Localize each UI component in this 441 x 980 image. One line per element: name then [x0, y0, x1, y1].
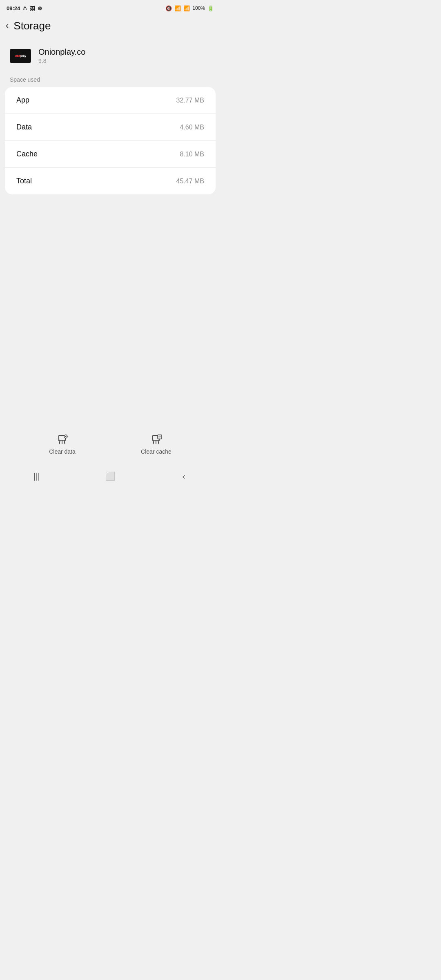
clear-cache-label: Clear cache — [141, 448, 172, 455]
nav-bar: ||| ⬜ ‹ — [0, 466, 220, 490]
status-left: 09:24 ⚠ 🖼 ⊗ — [7, 5, 42, 11]
battery-icon: 🔋 — [207, 5, 214, 11]
clear-data-label: Clear data — [49, 448, 76, 455]
app-version: 9.8 — [38, 58, 85, 64]
back-button[interactable]: ‹ — [4, 19, 10, 33]
mute-icon: 🔇 — [165, 5, 172, 11]
storage-row-total: Total 45.47 MB — [5, 168, 216, 194]
svg-line-11 — [158, 440, 159, 444]
alert-icon: ⚠ — [22, 5, 27, 11]
recent-apps-icon: ||| — [33, 472, 40, 481]
storage-row-data: Data 4.60 MB — [5, 114, 216, 141]
section-label: Space used — [0, 76, 220, 87]
storage-value-total: 45.47 MB — [176, 178, 204, 185]
storage-value-app: 32.77 MB — [176, 97, 204, 104]
battery-percentage: 100% — [192, 5, 205, 11]
svg-line-2 — [59, 440, 60, 444]
app-icon-text: onion — [15, 54, 20, 57]
bottom-buttons: Clear data Clear cache — [0, 427, 220, 461]
clear-data-button[interactable]: Clear data — [49, 434, 76, 455]
app-name-block: Onionplay.co 9.8 — [38, 47, 85, 64]
home-icon: ⬜ — [105, 471, 116, 481]
app-name: Onionplay.co — [38, 47, 85, 57]
back-nav-button[interactable]: ‹ — [174, 469, 194, 483]
home-button[interactable]: ⬜ — [100, 469, 120, 483]
back-nav-icon: ‹ — [183, 472, 185, 481]
signal-icon: 📶 — [183, 5, 190, 11]
image-icon: 🖼 — [30, 5, 35, 11]
block-icon: ⊗ — [38, 5, 42, 11]
storage-row-app: App 32.77 MB — [5, 87, 216, 114]
clear-cache-button[interactable]: Clear cache — [141, 434, 172, 455]
header: ‹ Storage — [0, 15, 220, 39]
status-bar: 09:24 ⚠ 🖼 ⊗ 🔇 📶 📶 100% 🔋 — [0, 0, 220, 15]
storage-label-total: Total — [16, 177, 32, 185]
recent-apps-button[interactable]: ||| — [27, 469, 47, 483]
app-icon-text2: play — [20, 54, 26, 57]
wifi-icon: 📶 — [174, 5, 181, 11]
storage-value-cache: 8.10 MB — [180, 151, 204, 158]
svg-line-10 — [153, 440, 154, 444]
clear-cache-icon — [149, 434, 163, 446]
storage-row-cache: Cache 8.10 MB — [5, 141, 216, 168]
page-title: Storage — [13, 20, 51, 32]
storage-value-data: 4.60 MB — [180, 124, 204, 131]
storage-card: App 32.77 MB Data 4.60 MB Cache 8.10 MB … — [5, 87, 216, 194]
storage-label-data: Data — [16, 123, 32, 131]
status-time: 09:24 — [7, 5, 20, 11]
storage-label-app: App — [16, 96, 29, 105]
storage-label-cache: Cache — [16, 150, 38, 158]
svg-line-3 — [64, 440, 65, 444]
app-icon: onionplay — [10, 49, 31, 63]
status-right: 🔇 📶 📶 100% 🔋 — [165, 5, 214, 11]
clear-data-icon — [55, 434, 69, 446]
app-info-section: onionplay Onionplay.co 9.8 — [0, 39, 220, 76]
